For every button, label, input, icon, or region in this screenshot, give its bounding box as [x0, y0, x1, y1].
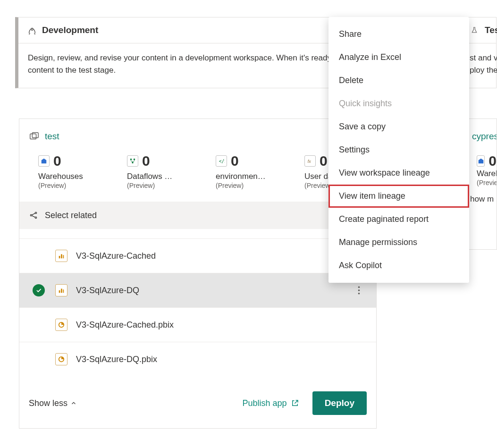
show-more-toggle[interactable]: how m — [468, 187, 497, 204]
svg-rect-15 — [61, 289, 62, 293]
metrics-row: 0 Warehouses (Preview) 0 Dataflows … (Pr… — [19, 151, 376, 202]
menu-item-quick-insights: Quick insights — [329, 92, 469, 115]
item-list: V3-SqlAzure-Cached V3-SqlAzure-DQ V3-Sql… — [19, 229, 376, 378]
share-nodes-icon — [29, 211, 38, 220]
stage-card-test: Test st and ve ploy the — [468, 17, 497, 88]
item-name: V3-SqlAzure-Cached.pbix — [76, 320, 174, 330]
menu-item-view-workspace-lineage[interactable]: View workspace lineage — [329, 161, 469, 185]
publish-app-link[interactable]: Publish app — [243, 398, 299, 408]
svg-point-18 — [358, 289, 360, 291]
metric-preview: (Preview) — [216, 182, 272, 189]
menu-item-manage-permissions[interactable]: Manage permissions — [329, 231, 469, 254]
svg-point-4 — [134, 159, 135, 161]
svg-rect-13 — [63, 255, 64, 258]
metric-count: 0 — [231, 153, 239, 169]
metric-count: 0 — [320, 153, 328, 169]
metric-label: Warehouses — [38, 172, 95, 181]
svg-rect-11 — [59, 256, 60, 258]
item-name: V3-SqlAzure-DQ.pbix — [76, 355, 157, 364]
rocket-icon — [27, 25, 42, 35]
report-icon — [55, 250, 67, 262]
workspace-name-link[interactable]: test — [45, 131, 59, 142]
item-name: V3-SqlAzure-DQ — [76, 286, 139, 296]
menu-item-share[interactable]: Share — [329, 23, 469, 46]
svg-point-9 — [35, 212, 36, 213]
deploy-button[interactable]: Deploy — [312, 391, 367, 415]
report-icon — [55, 284, 67, 296]
checkmark-icon[interactable] — [33, 284, 45, 296]
environment-icon: </> — [216, 155, 227, 167]
flask-icon — [471, 25, 483, 35]
menu-item-delete[interactable]: Delete — [329, 69, 469, 92]
svg-point-10 — [35, 217, 36, 218]
svg-text:</>: </> — [219, 159, 225, 164]
list-item[interactable]: V3-SqlAzure-DQ — [19, 273, 376, 308]
workspace-panel-secondary: cypres 0 Wareh (Previe how m — [468, 118, 497, 250]
metric-count: 0 — [53, 153, 61, 169]
dataflow-icon — [127, 155, 138, 167]
show-less-label: Show less — [29, 398, 67, 408]
svg-rect-12 — [61, 254, 62, 259]
workspace-icon — [29, 131, 39, 142]
select-related-bar: Select related 1 s — [19, 202, 376, 229]
svg-rect-16 — [63, 289, 64, 293]
svg-rect-2 — [32, 133, 38, 138]
function-icon: fx — [304, 155, 316, 167]
metric-dataflows: 0 Dataflows … (Preview) — [127, 153, 184, 189]
svg-rect-1 — [30, 134, 36, 139]
stage-title: Test — [485, 25, 497, 35]
svg-point-17 — [358, 286, 360, 288]
menu-item-settings[interactable]: Settings — [329, 138, 469, 161]
workspace-name-link[interactable]: cypres — [468, 119, 497, 151]
item-name: V3-SqlAzure-Cached — [76, 251, 156, 261]
menu-item-create-paginated-report[interactable]: Create paginated report — [329, 208, 469, 231]
svg-point-19 — [358, 293, 360, 295]
list-item[interactable]: V3-SqlAzure-Cached — [19, 239, 376, 273]
list-item[interactable] — [19, 229, 376, 239]
menu-item-view-item-lineage[interactable]: View item lineage — [329, 185, 469, 208]
workspace-panel: test 0 Warehouses (Preview) 0 Dataflows … — [19, 118, 377, 429]
more-options-button[interactable] — [351, 282, 367, 298]
menu-item-analyze-excel[interactable]: Analyze in Excel — [329, 46, 469, 69]
svg-rect-14 — [59, 290, 60, 293]
select-related-label[interactable]: Select related — [45, 211, 97, 220]
metric-preview: (Previe — [477, 179, 497, 186]
metric-label: environmen… — [216, 172, 272, 181]
svg-text:fx: fx — [308, 159, 311, 164]
metric-count: 0 — [489, 153, 497, 169]
metric-preview: (Preview) — [127, 182, 184, 189]
list-item[interactable]: V3-SqlAzure-Cached.pbix — [19, 308, 376, 342]
metric-label: Dataflows … — [127, 172, 184, 181]
menu-item-save-copy[interactable]: Save a copy — [329, 115, 469, 138]
stage-header-test: Test — [468, 17, 496, 43]
warehouse-icon — [38, 155, 50, 167]
svg-point-0 — [31, 28, 33, 30]
show-less-toggle[interactable]: Show less — [29, 398, 77, 408]
svg-point-3 — [130, 159, 132, 161]
stage-description: st and ve ploy the — [468, 43, 496, 85]
metric-environments: </> 0 environmen… (Preview) — [216, 153, 272, 189]
svg-point-8 — [30, 214, 32, 216]
svg-point-5 — [132, 162, 134, 164]
warehouse-icon — [477, 155, 485, 167]
list-item[interactable]: V3-SqlAzure-DQ.pbix — [19, 342, 376, 376]
menu-item-ask-copilot[interactable]: Ask Copilot — [329, 254, 469, 277]
context-menu: Share Analyze in Excel Delete Quick insi… — [329, 17, 469, 283]
metric-warehouses: 0 Warehouses (Preview) — [38, 153, 95, 189]
metric-count: 0 — [142, 153, 150, 169]
metric-label: Wareh — [477, 169, 497, 178]
metric-preview: (Preview) — [38, 182, 95, 189]
publish-app-label: Publish app — [243, 398, 287, 408]
pbix-icon — [55, 319, 67, 331]
stage-title: Development — [42, 25, 98, 35]
pbix-icon — [55, 353, 67, 365]
